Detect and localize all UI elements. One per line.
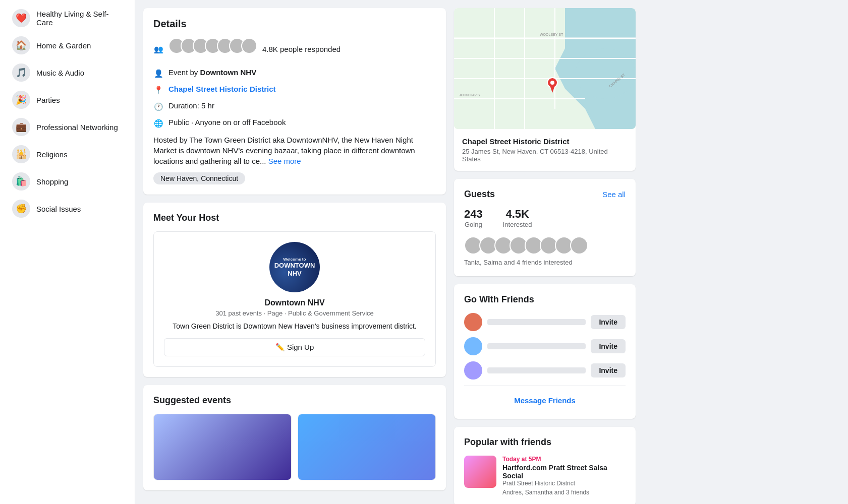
person-icon: 👤	[153, 69, 163, 79]
see-more-link[interactable]: See more	[268, 157, 301, 165]
popular-event-row: Today at 5PM Hartford.com Pratt Street S…	[464, 456, 626, 496]
svg-text:JOHN DAVIS: JOHN DAVIS	[459, 93, 480, 97]
friend-avatar	[464, 337, 482, 355]
go-friends-title: Go With Friends	[464, 294, 626, 305]
healthy-living-icon: ❤️	[12, 9, 30, 27]
friend-name-placeholder	[487, 367, 586, 373]
privacy-text: Public · Anyone on or off Facebook	[168, 118, 286, 127]
sidebar-item-label: Religions	[36, 150, 68, 159]
duration-row: 🕐 Duration: 5 hr	[153, 101, 436, 112]
svg-point-1	[575, 48, 636, 99]
networking-icon: 💼	[12, 118, 30, 136]
center-column: Details 👥 4.8K people responded 👤	[143, 8, 446, 504]
guests-avatars	[464, 236, 626, 255]
map-card: WOOLSEY ST JOHN DAVIS CHAPEL ST Chapel S…	[454, 8, 636, 171]
right-column: WOOLSEY ST JOHN DAVIS CHAPEL ST Chapel S…	[454, 8, 636, 504]
guests-stats: 243 Going 4.5K Interested	[464, 208, 626, 228]
suggested-event-1[interactable]	[153, 414, 292, 480]
sidebar-item-home-garden[interactable]: 🏠 Home & Garden	[4, 32, 131, 58]
going-count: 243	[464, 208, 483, 221]
popular-event-info: Today at 5PM Hartford.com Pratt Street S…	[502, 456, 626, 496]
message-friends-button[interactable]: Message Friends	[464, 392, 626, 409]
details-title: Details	[153, 18, 436, 30]
sidebar-item-label: Music & Audio	[36, 69, 84, 77]
guests-card: Guests See all 243 Going 4.5K Interested	[454, 179, 636, 276]
map-info: Chapel Street Historic District 25 James…	[454, 129, 636, 171]
sidebar-item-music-audio[interactable]: 🎵 Music & Audio	[4, 59, 131, 86]
going-label: Going	[464, 221, 483, 228]
attendee-count-row: 👥 4.8K people responded	[153, 38, 436, 60]
map-location-name: Chapel Street Historic District	[462, 137, 628, 146]
people-icon: 👥	[153, 44, 163, 54]
popular-card: Popular with friends Today at 5PM Hartfo…	[454, 427, 636, 504]
friend-avatar	[464, 313, 482, 331]
host-desc: Town Green District is Downtown New Have…	[173, 322, 417, 330]
friend-row-2: Invite	[464, 337, 626, 355]
guest-avatar	[570, 236, 588, 255]
guests-title: Guests	[464, 189, 495, 200]
sidebar-item-label: Professional Networking	[36, 123, 118, 132]
popular-title: Popular with friends	[464, 437, 626, 448]
social-icon: ✊	[12, 200, 30, 218]
location-text[interactable]: Chapel Street Historic District	[168, 85, 276, 93]
invite-button-3[interactable]: Invite	[591, 363, 626, 377]
map-location-address: 25 James St, New Haven, CT 06513-4218, U…	[462, 148, 628, 163]
friend-row-3: Invite	[464, 361, 626, 380]
religion-icon: 🕌	[12, 145, 30, 163]
suggested-events-card: Suggested events	[143, 385, 446, 490]
party-icon: 🎉	[12, 91, 30, 109]
sidebar: ❤️ Healthy Living & Self-Care 🏠 Home & G…	[0, 0, 135, 504]
music-icon: 🎵	[12, 64, 30, 82]
friend-row-1: Invite	[464, 313, 626, 331]
suggested-grid	[153, 414, 436, 480]
duration-text: Duration: 5 hr	[168, 101, 214, 110]
popular-event-location: Pratt Street Historic District	[502, 480, 626, 487]
event-by-text: Event by Downtown NHV	[168, 68, 256, 77]
popular-event-image	[464, 456, 496, 488]
details-card: Details 👥 4.8K people responded 👤	[143, 8, 446, 195]
location-icon: 📍	[153, 85, 163, 95]
suggested-event-1-image	[154, 414, 291, 480]
see-all-button[interactable]: See all	[602, 190, 626, 199]
description-text: Hosted by The Town Green District aka Do…	[153, 135, 436, 166]
divider	[464, 386, 626, 386]
sidebar-item-label: Shopping	[36, 177, 68, 186]
privacy-row: 🌐 Public · Anyone on or off Facebook	[153, 118, 436, 129]
interested-label: Interested	[503, 221, 532, 228]
invite-button-1[interactable]: Invite	[591, 315, 626, 329]
going-stat: 243 Going	[464, 208, 483, 228]
event-by-row: 👤 Event by Downtown NHV	[153, 68, 436, 79]
friend-name-placeholder	[487, 343, 586, 349]
popular-event-name[interactable]: Hartford.com Pratt Street Salsa Social	[502, 464, 626, 480]
host-avatar-text: Welcome to DOWNTOWN NHV	[274, 257, 315, 278]
location-tag[interactable]: New Haven, Connecticut	[153, 172, 245, 184]
sidebar-item-religions[interactable]: 🕌 Religions	[4, 141, 131, 167]
invite-button-2[interactable]: Invite	[591, 339, 626, 353]
home-icon: 🏠	[12, 36, 30, 54]
guests-header: Guests See all	[464, 189, 626, 200]
host-name[interactable]: Downtown NHV	[264, 298, 324, 307]
sidebar-item-healthy-living[interactable]: ❤️ Healthy Living & Self-Care	[4, 5, 131, 31]
host-sub: 301 past events · Page · Public & Govern…	[215, 309, 374, 317]
sidebar-item-shopping[interactable]: 🛍️ Shopping	[4, 168, 131, 195]
avatar	[241, 38, 257, 54]
host-avatar: Welcome to DOWNTOWN NHV	[269, 242, 320, 292]
sidebar-item-label: Social Issues	[36, 205, 81, 213]
sidebar-item-social-issues[interactable]: ✊ Social Issues	[4, 196, 131, 222]
attendee-avatars	[168, 38, 257, 54]
guests-friends-text: Tania, Saima and 4 friends interested	[464, 259, 626, 266]
host-title: Meet Your Host	[153, 213, 436, 223]
host-avatar-inner: Welcome to DOWNTOWN NHV	[269, 242, 320, 292]
host-card: Meet Your Host Welcome to DOWNTOWN NHV D…	[143, 203, 446, 377]
friend-avatar	[464, 361, 482, 380]
sidebar-item-parties[interactable]: 🎉 Parties	[4, 87, 131, 113]
interested-stat: 4.5K Interested	[503, 208, 532, 228]
suggested-event-2[interactable]	[298, 414, 436, 480]
sidebar-item-label: Home & Garden	[36, 41, 91, 50]
svg-point-14	[550, 81, 554, 85]
sidebar-item-label: Parties	[36, 96, 60, 104]
attendee-count-text: 4.8K people responded	[262, 45, 341, 53]
signup-button[interactable]: ✏️ Sign Up	[164, 338, 425, 356]
shopping-icon: 🛍️	[12, 172, 30, 191]
sidebar-item-professional-networking[interactable]: 💼 Professional Networking	[4, 114, 131, 140]
